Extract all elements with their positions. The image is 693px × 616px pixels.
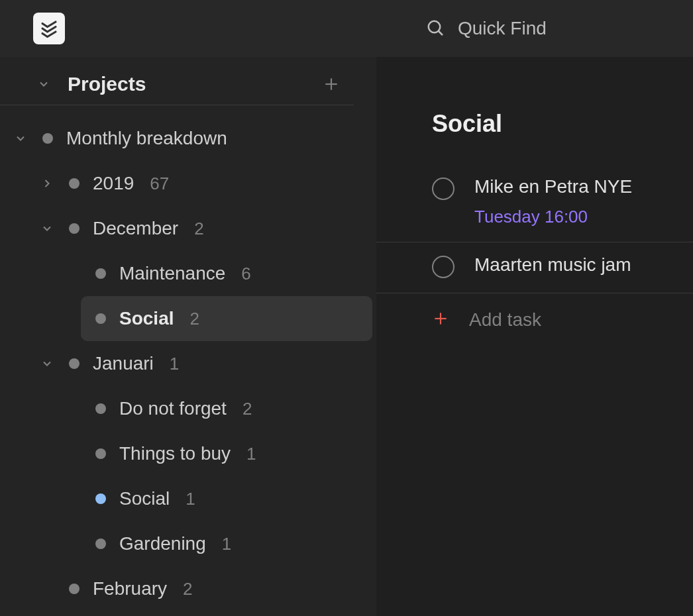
projects-header[interactable]: Projects	[0, 64, 354, 105]
project-dot-icon	[42, 133, 53, 144]
project-count: 2	[242, 399, 252, 419]
task-row[interactable]: Maarten music jam	[376, 242, 693, 293]
project-count: 1	[222, 534, 231, 554]
project-dot-icon	[69, 178, 80, 189]
project-label: Gardening	[119, 533, 206, 554]
search-icon	[426, 19, 446, 38]
project-label: Social	[119, 308, 174, 329]
project-label: Things to buy	[119, 443, 231, 464]
project-label: February	[93, 578, 167, 599]
search-placeholder: Quick Find	[458, 18, 547, 39]
chevron-right-icon	[38, 177, 56, 190]
project-count: 2	[194, 219, 203, 239]
project-dot-icon	[69, 223, 80, 234]
app-logo[interactable]	[33, 13, 65, 44]
svg-point-0	[429, 21, 441, 33]
sidebar-item-social-januari[interactable]: Social 1	[0, 476, 376, 521]
task-title: Maarten music jam	[474, 254, 673, 276]
sidebar-item-do-not-forget[interactable]: Do not forget 2	[0, 386, 376, 431]
sidebar-item-december[interactable]: December 2	[0, 206, 376, 251]
project-count: 2	[183, 579, 192, 599]
task-due-date: Tuesday 16:00	[474, 207, 673, 227]
project-dot-icon	[95, 403, 106, 414]
sidebar-item-monthly-breakdown[interactable]: Monthly breakdown	[0, 116, 376, 161]
project-dot-icon	[69, 584, 80, 594]
sidebar-item-januari[interactable]: Januari 1	[0, 341, 376, 386]
project-dot-icon	[95, 268, 106, 279]
project-count: 1	[170, 354, 179, 374]
task-row[interactable]: Mike en Petra NYE Tuesday 16:00	[376, 164, 693, 242]
project-label: 2019	[93, 173, 134, 194]
project-dot-icon	[95, 313, 106, 324]
search-area[interactable]: Quick Find	[426, 18, 547, 39]
project-dot-icon	[69, 358, 80, 369]
project-dot-icon	[95, 539, 106, 549]
plus-icon	[323, 76, 340, 93]
project-count: 1	[186, 489, 195, 509]
project-label: Maintenance	[119, 263, 225, 284]
task-checkbox[interactable]	[432, 178, 454, 200]
chevron-down-icon	[38, 222, 56, 235]
plus-icon	[432, 310, 449, 330]
add-project-button[interactable]	[322, 75, 341, 93]
project-dot-icon	[95, 448, 106, 459]
project-label: Do not forget	[119, 398, 227, 419]
add-task-button[interactable]: Add task	[376, 293, 693, 346]
project-dot-icon	[95, 493, 106, 504]
sidebar-item-gardening[interactable]: Gardening 1	[0, 521, 376, 566]
project-label: Monthly breakdown	[66, 128, 227, 149]
sidebar-item-maintenance[interactable]: Maintenance 6	[0, 251, 376, 296]
topbar: Quick Find	[0, 0, 693, 57]
main-panel: Social Mike en Petra NYE Tuesday 16:00 M…	[376, 57, 693, 616]
task-checkbox[interactable]	[432, 256, 454, 278]
sidebar-item-social-december[interactable]: Social 2	[81, 296, 372, 341]
project-label: December	[93, 218, 178, 239]
sidebar-item-february[interactable]: February 2	[0, 566, 376, 611]
chevron-down-icon	[12, 132, 29, 145]
project-count: 67	[150, 174, 169, 194]
project-count: 2	[189, 309, 199, 329]
project-count: 1	[246, 444, 256, 464]
project-count: 6	[241, 264, 250, 284]
sidebar: Projects Monthly breakdown 2019 67	[0, 57, 376, 616]
sidebar-item-things-to-buy[interactable]: Things to buy 1	[0, 431, 376, 476]
todoist-logo-icon	[39, 19, 59, 38]
projects-title: Projects	[68, 73, 306, 95]
sidebar-item-2019[interactable]: 2019 67	[0, 161, 376, 206]
add-task-label: Add task	[469, 309, 541, 331]
project-label: Social	[119, 488, 170, 509]
project-label: Januari	[93, 353, 154, 374]
chevron-down-icon	[38, 357, 56, 370]
task-title: Mike en Petra NYE	[474, 176, 673, 197]
page-title: Social	[432, 110, 693, 138]
svg-line-1	[439, 31, 443, 35]
chevron-down-icon	[36, 76, 52, 92]
